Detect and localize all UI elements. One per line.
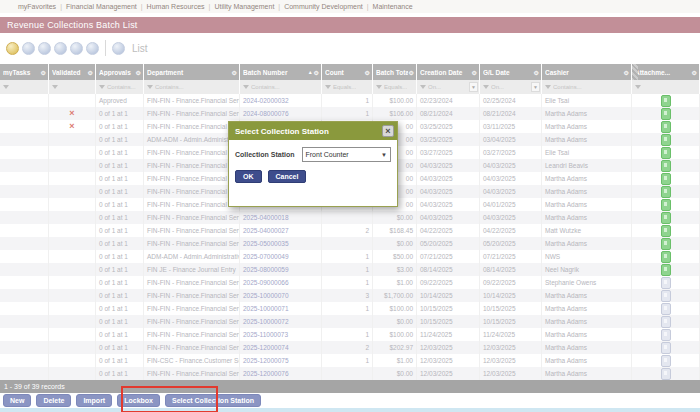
cell-attachment[interactable] — [632, 341, 700, 354]
table-row[interactable]: 0 of 1 at 1FIN-FIN - Finance.Financial S… — [0, 224, 700, 237]
cell-batch-number[interactable]: 2025-10000072 — [240, 315, 322, 328]
attachment-file-icon[interactable] — [661, 316, 671, 328]
cell-batch-number[interactable]: 2025-09000066 — [240, 276, 322, 289]
table-row[interactable]: 0 of 1 at 1FIN JE - Finance Journal Entr… — [0, 263, 700, 276]
seal-icon[interactable] — [6, 42, 19, 55]
gear-icon[interactable]: ⚙ — [88, 69, 93, 76]
table-row[interactable]: 0 of 1 at 1ADM-ADM - Admin.Administrativ… — [0, 250, 700, 263]
cell-attachment[interactable] — [632, 250, 700, 263]
attachment-file-icon[interactable] — [661, 173, 671, 185]
attachment-file-icon[interactable] — [661, 277, 671, 289]
filter-cell-approvals[interactable]: Contains... — [96, 80, 144, 94]
attachment-file-icon[interactable] — [661, 290, 671, 302]
menu-item-utility-management[interactable]: Utility Management — [214, 3, 274, 10]
import-button[interactable]: Import — [76, 394, 112, 407]
column-header-gl-date[interactable]: G/L Date⚙ — [480, 64, 542, 80]
filter-cell-batch-number[interactable]: Contains... — [240, 80, 322, 94]
new-button[interactable]: New — [3, 394, 31, 407]
copy-icon[interactable] — [70, 42, 83, 55]
cell-batch-number[interactable]: 2025-10000070 — [240, 289, 322, 302]
gear-icon[interactable]: ⚙ — [232, 69, 237, 76]
ok-button[interactable]: OK — [235, 170, 262, 183]
filter-cell-mytasks[interactable] — [0, 80, 49, 94]
attachment-file-icon[interactable] — [661, 212, 671, 224]
cell-attachment[interactable] — [632, 172, 700, 185]
gear-icon[interactable]: ⚙ — [41, 69, 46, 76]
menu-item-myfavorites[interactable]: myFavorites — [18, 3, 56, 10]
column-header-approvals[interactable]: Approvals⚙ — [96, 64, 144, 80]
select-collection-station-button[interactable]: Select Collection Station — [165, 394, 261, 407]
gear-icon[interactable]: ⚙ — [624, 69, 629, 76]
search-icon[interactable] — [86, 42, 99, 55]
table-row[interactable]: ApprovedFIN-FIN - Finance.Financial Serv… — [0, 94, 700, 107]
attachment-file-icon[interactable] — [661, 329, 671, 341]
attachment-file-icon[interactable] — [661, 121, 671, 133]
filter-cell-department[interactable]: Contains... — [144, 80, 240, 94]
gear-icon[interactable]: ⚙ — [314, 69, 319, 76]
filter-dropdown-icon[interactable]: ▼ — [469, 82, 478, 92]
cell-attachment[interactable] — [632, 133, 700, 146]
cell-attachment[interactable] — [632, 94, 700, 107]
column-header-attachments[interactable]: Attachme...⚙ — [632, 64, 700, 80]
gear-icon[interactable]: ⚙ — [365, 69, 370, 76]
cell-batch-number[interactable]: 2025-07000049 — [240, 250, 322, 263]
cell-batch-number[interactable]: 2025-04000018 — [240, 211, 322, 224]
cell-batch-number[interactable]: 2024-02000032 — [240, 94, 322, 107]
cell-batch-number[interactable]: 2025-08000059 — [240, 263, 322, 276]
gear-icon[interactable]: ⚙ — [136, 69, 141, 76]
attachment-file-icon[interactable] — [661, 355, 671, 367]
cell-attachment[interactable] — [632, 367, 700, 380]
gear-icon[interactable]: ⚙ — [409, 69, 414, 76]
cell-attachment[interactable] — [632, 211, 700, 224]
cell-attachment[interactable] — [632, 107, 700, 120]
cell-batch-number[interactable]: 2025-10000071 — [240, 302, 322, 315]
table-row[interactable]: 0 of 1 at 1FIN-CSC - Finance.Customer Se… — [0, 354, 700, 367]
cell-attachment[interactable] — [632, 198, 700, 211]
cell-attachment[interactable] — [632, 354, 700, 367]
cell-attachment[interactable] — [632, 302, 700, 315]
cell-attachment[interactable] — [632, 315, 700, 328]
table-row[interactable]: 0 of 1 at 1FIN-FIN - Finance.Financial S… — [0, 328, 700, 341]
gear-icon[interactable]: ⚙ — [692, 69, 697, 76]
cell-batch-number[interactable]: 2025-04000027 — [240, 224, 322, 237]
column-header-validated[interactable]: Validated⚙ — [49, 64, 96, 80]
close-icon[interactable]: × — [382, 125, 394, 137]
table-row[interactable]: 0 of 1 at 1FIN-FIN - Finance.Financial S… — [0, 341, 700, 354]
filter-cell-attachments[interactable] — [632, 80, 700, 94]
sort-asc-icon[interactable]: ▲ — [308, 69, 313, 75]
menu-item-community-development[interactable]: Community Development — [284, 3, 363, 10]
cell-attachment[interactable] — [632, 237, 700, 250]
cell-batch-number[interactable]: 2024-08000076 — [240, 107, 322, 120]
column-header-count[interactable]: Count⚙ — [322, 64, 373, 80]
attachment-file-icon[interactable] — [661, 238, 671, 250]
cell-attachment[interactable] — [632, 263, 700, 276]
menu-item-financial-management[interactable]: Financial Management — [66, 3, 137, 10]
send-icon[interactable] — [38, 42, 51, 55]
attachment-file-icon[interactable] — [661, 199, 671, 211]
attachment-file-icon[interactable] — [661, 251, 671, 263]
table-row[interactable]: ×0 of 1 at 1FIN-FIN - Finance.Financial … — [0, 107, 700, 120]
table-row[interactable]: 0 of 1 at 1FIN-FIN - Finance.Financial S… — [0, 289, 700, 302]
attachment-file-icon[interactable] — [661, 303, 671, 315]
cell-attachment[interactable] — [632, 159, 700, 172]
attachment-file-icon[interactable] — [661, 186, 671, 198]
lockbox-button[interactable]: Lockbox — [117, 394, 160, 407]
filter-cell-creation-date[interactable]: On...▼ — [417, 80, 480, 94]
column-header-creation-date[interactable]: Creation Date⚙ — [417, 64, 480, 80]
cell-batch-number[interactable]: 2025-12000076 — [240, 367, 322, 380]
attachment-file-icon[interactable] — [661, 134, 671, 146]
cell-attachment[interactable] — [632, 224, 700, 237]
collection-station-select[interactable]: Front Counter ▼ — [302, 147, 392, 162]
column-header-batch-total[interactable]: Batch Total⚙ — [373, 64, 417, 80]
filter-cell-gl-date[interactable]: On...▼ — [480, 80, 542, 94]
filter-cell-batch-total[interactable]: Equals... — [373, 80, 417, 94]
cancel-button[interactable]: Cancel — [268, 170, 307, 183]
cell-batch-number[interactable]: 2025-12000074 — [240, 341, 322, 354]
table-row[interactable]: 0 of 1 at 1FIN-FIN - Finance.Financial S… — [0, 315, 700, 328]
gear-icon[interactable]: ⚙ — [472, 69, 477, 76]
table-row[interactable]: 0 of 1 at 1FIN-FIN - Finance.Financial S… — [0, 302, 700, 315]
attachment-file-icon[interactable] — [661, 342, 671, 354]
table-row[interactable]: 0 of 1 at 1FIN-FIN - Finance.Financial S… — [0, 367, 700, 380]
cell-attachment[interactable] — [632, 276, 700, 289]
pen-icon[interactable] — [22, 42, 35, 55]
